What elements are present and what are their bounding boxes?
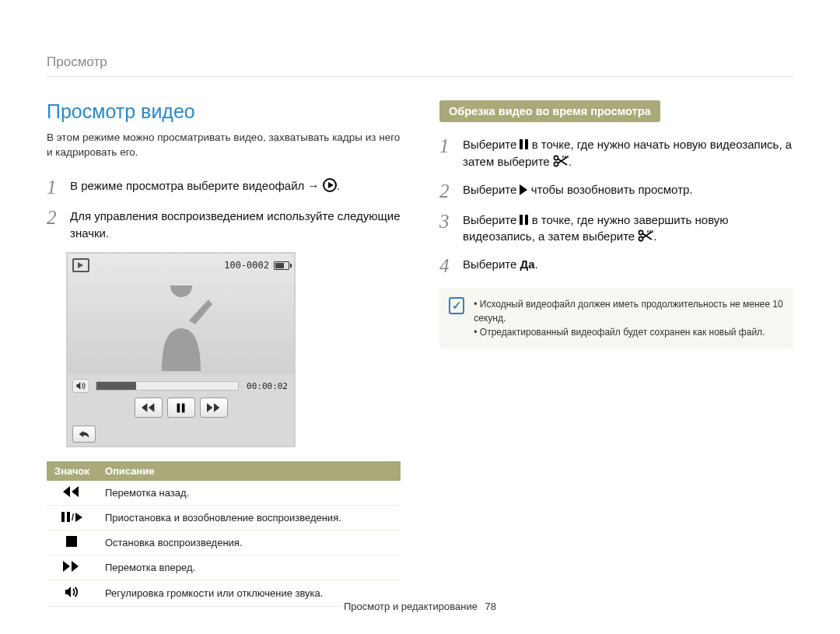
play-triangle-icon — [520, 184, 527, 195]
volume-button[interactable] — [72, 379, 89, 393]
fast-forward-button[interactable] — [200, 398, 228, 418]
step-text: В режиме просмотра выберите видеофайл → … — [70, 177, 340, 197]
table-row: / Приостановка и возобновление воспроизв… — [47, 506, 401, 531]
step-text: Выберите в точке, где нужно начать новую… — [463, 136, 793, 170]
pause-button[interactable] — [167, 398, 195, 418]
note-box: ✓ Исходный видеофайл должен иметь продол… — [439, 288, 793, 349]
note-item: Исходный видеофайл должен иметь продолжи… — [474, 297, 784, 325]
pause-icon — [520, 215, 528, 225]
step-text: Для управления воспроизведением использу… — [70, 208, 401, 242]
rewind-icon — [63, 488, 80, 499]
row-desc: Остановка воспроизведения. — [97, 531, 401, 555]
section-title: Просмотр видео — [47, 100, 401, 123]
progress-row: 00:00:02 — [72, 379, 289, 393]
step-number: 1 — [47, 177, 61, 197]
step-number: 3 — [439, 212, 453, 246]
step-1: 1 В режиме просмотра выберите видеофайл … — [47, 177, 401, 197]
left-column: Просмотр видео В этом режиме можно просм… — [47, 100, 401, 607]
step-number: 1 — [439, 136, 453, 170]
table-row: Остановка воспроизведения. — [47, 531, 401, 555]
play-icon — [323, 178, 337, 192]
fast-forward-icon — [63, 562, 80, 574]
player-screen: 100-0002 — [68, 254, 294, 374]
yes-label: Да — [520, 257, 534, 271]
table-row: Перемотка вперед. — [47, 555, 401, 580]
transport-buttons — [72, 398, 289, 418]
step-2: 2 Для управления воспроизведением исполь… — [47, 208, 401, 242]
row-desc: Перемотка вперед. — [97, 555, 401, 580]
col-desc-header: Описание — [97, 461, 401, 481]
back-button[interactable] — [72, 426, 96, 443]
note-list: Исходный видеофайл должен иметь продолжи… — [474, 297, 784, 339]
video-player-mock: 100-0002 00:00:02 — [66, 252, 296, 447]
icon-table: Значок Описание Перемотка назад. / — [47, 461, 401, 607]
step-number: 4 — [439, 256, 453, 275]
time-display: 00:00:02 — [245, 381, 289, 391]
scissors-icon — [638, 229, 653, 242]
file-counter: 100-0002 — [224, 260, 269, 271]
trim-step-3: 3 Выберите в точке, где нужно завершить … — [439, 212, 793, 246]
manual-page: Просмотр Просмотр видео В этом режиме мо… — [0, 0, 840, 634]
silhouette-image — [135, 285, 228, 374]
step-number: 2 — [439, 181, 453, 201]
row-desc: Перемотка назад. — [97, 481, 401, 506]
row-desc: Приостановка и возобновление воспроизвед… — [97, 506, 401, 531]
step1-text: В режиме просмотра выберите видеофайл → — [70, 179, 323, 192]
scissors-icon — [553, 155, 569, 167]
step-number: 2 — [47, 208, 61, 242]
breadcrumb: Просмотр — [47, 54, 793, 77]
trim-step-1: 1 Выберите в точке, где нужно начать нов… — [439, 136, 793, 170]
step-text: Выберите Да. — [463, 256, 538, 275]
player-controls: 00:00:02 — [68, 374, 294, 422]
back-bar — [68, 422, 294, 446]
trim-step-4: 4 Выберите Да. — [439, 256, 793, 275]
battery-icon — [274, 261, 289, 270]
footer-section: Просмотр и редактирование — [344, 601, 478, 612]
stop-icon — [66, 536, 77, 547]
pause-icon — [520, 139, 528, 149]
page-footer: Просмотр и редактирование 78 — [0, 601, 840, 612]
sub-heading: Обрезка видео во время просмотра — [439, 100, 660, 122]
page-number: 78 — [485, 601, 496, 612]
pause-play-icon: / — [61, 511, 83, 523]
note-item: Отредактированный видеофайл будет сохран… — [474, 325, 784, 339]
player-topbar: 100-0002 — [72, 258, 289, 272]
playback-mode-icon — [72, 258, 89, 272]
intro-text: В этом режиме можно просматривать видео,… — [47, 131, 401, 160]
rewind-button[interactable] — [135, 398, 163, 418]
right-column: Обрезка видео во время просмотра 1 Выбер… — [439, 100, 793, 607]
note-icon: ✓ — [449, 297, 464, 314]
topbar-right: 100-0002 — [224, 260, 289, 271]
content-columns: Просмотр видео В этом режиме можно просм… — [47, 100, 793, 607]
trim-step-2: 2 Выберите чтобы возобновить просмотр. — [439, 181, 793, 201]
table-row: Перемотка назад. — [47, 481, 401, 506]
step-text: Выберите чтобы возобновить просмотр. — [463, 181, 693, 201]
step-text: Выберите в точке, где нужно завершить но… — [463, 212, 793, 246]
col-icon-header: Значок — [47, 461, 97, 481]
volume-icon — [64, 589, 79, 601]
progress-bar[interactable] — [96, 381, 239, 391]
